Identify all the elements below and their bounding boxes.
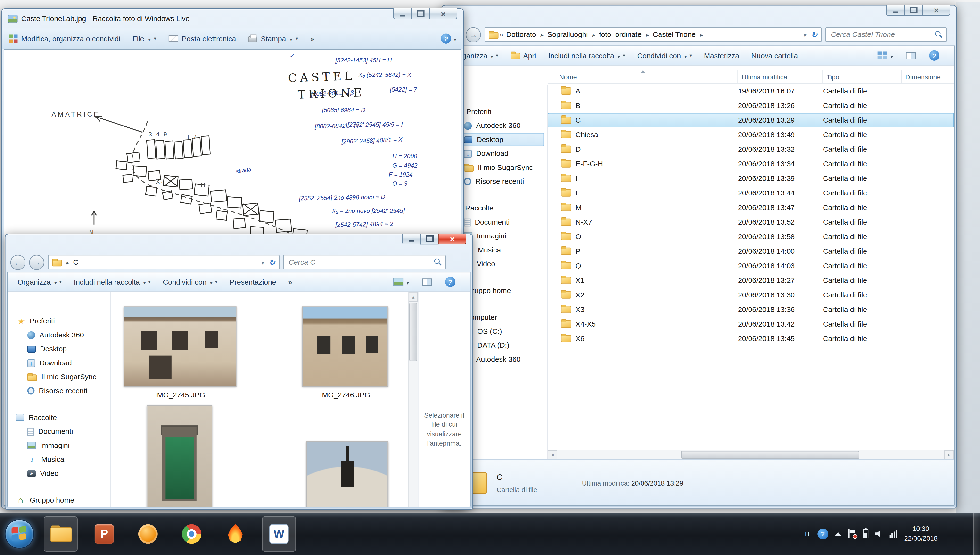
column-header-dimensione[interactable]: Dimensione	[902, 71, 954, 83]
maximize-button[interactable]	[420, 234, 438, 244]
views-button[interactable]	[387, 278, 415, 286]
photo-thumbnail[interactable]	[147, 406, 212, 507]
close-button[interactable]	[438, 234, 466, 244]
action-center-icon[interactable]	[848, 529, 856, 538]
menu-item[interactable]: Modifica, organizza o condividi	[9, 34, 120, 43]
sidebar-item[interactable]: Documenti	[11, 425, 107, 438]
minimize-button[interactable]	[886, 5, 904, 16]
preview-pane-button[interactable]	[900, 52, 922, 59]
sidebar-item[interactable]: Desktop	[11, 342, 107, 356]
scrollbar-thumb[interactable]	[681, 451, 859, 459]
flame-icon[interactable]	[218, 516, 253, 551]
refresh-button[interactable]	[269, 258, 275, 266]
photo-thumbnail[interactable]: IMG_2745.JPG	[124, 306, 237, 399]
explorer-window-castel-trione[interactable]: « DottoratoSopralluoghifoto_ordinateCast…	[441, 5, 957, 508]
toolbar-button[interactable]: Masterizza	[698, 46, 745, 65]
maximize-button[interactable]	[904, 5, 922, 16]
file-row[interactable]: M20/06/2018 13:47Cartella di file	[548, 200, 954, 215]
file-row[interactable]: N-X720/06/2018 13:52Cartella di file	[548, 215, 954, 229]
battery-icon[interactable]	[863, 529, 868, 538]
explorer-icon[interactable]	[44, 516, 78, 551]
refresh-button[interactable]	[811, 30, 817, 39]
file-row[interactable]: X220/06/2018 13:30Cartella di file	[548, 288, 954, 302]
search-box[interactable]	[825, 27, 947, 42]
title-bar[interactable]	[442, 5, 956, 25]
help-button[interactable]	[439, 277, 462, 287]
help-tray-icon[interactable]	[817, 528, 828, 539]
show-desktop-button[interactable]	[974, 513, 980, 555]
minimize-button[interactable]	[393, 8, 411, 19]
toolbar-button[interactable]: Organizza	[11, 273, 68, 291]
file-row[interactable]: A19/06/2018 16:07Cartella di file	[548, 84, 954, 98]
scroll-up-button[interactable]: ▴	[409, 292, 418, 302]
sidebar-item[interactable]: Raccolte	[11, 411, 107, 424]
file-row[interactable]: X620/06/2018 13:45Cartella di file	[548, 331, 954, 346]
file-row[interactable]: D20/06/2018 13:32Cartella di file	[548, 142, 954, 157]
scroll-left-button[interactable]: ◂	[548, 450, 557, 459]
address-dropdown-icon[interactable]	[803, 30, 806, 39]
scrollbar-thumb[interactable]	[409, 303, 417, 361]
breadcrumb-segment[interactable]: Dottorato	[506, 30, 547, 39]
file-row[interactable]: X320/06/2018 13:36Cartella di file	[548, 302, 954, 317]
sidebar-item[interactable]: Immagini	[11, 439, 107, 452]
menu-item[interactable]: Stampa	[248, 34, 298, 43]
column-header-tipo[interactable]: Tipo	[823, 71, 902, 83]
preview-pane-button[interactable]	[416, 278, 438, 286]
sidebar-item[interactable]: Risorse recenti	[11, 384, 107, 398]
scroll-right-button[interactable]: ▸	[944, 450, 954, 459]
sidebar-item[interactable]: Il mio SugarSync	[11, 370, 107, 383]
menu-item[interactable]: »	[310, 34, 315, 43]
menu-item[interactable]: Posta elettronica	[168, 34, 236, 43]
title-bar[interactable]: CastelTrioneLab.jpg - Raccolta foto di W…	[2, 9, 463, 29]
language-indicator[interactable]: IT	[805, 530, 811, 537]
forward-button[interactable]	[29, 254, 44, 269]
close-button[interactable]	[430, 8, 457, 19]
breadcrumb-segment[interactable]: foto_ordinate	[599, 30, 653, 39]
help-button[interactable]	[923, 50, 945, 61]
breadcrumb-segment[interactable]: Castel Trione	[653, 30, 707, 39]
clock[interactable]: 10:30 22/06/2018	[904, 524, 938, 543]
breadcrumb-segment[interactable]: Sopralluoghi	[547, 30, 599, 39]
start-button[interactable]	[5, 519, 34, 548]
address-dropdown-icon[interactable]	[261, 258, 264, 266]
toolbar-button[interactable]: Apri	[504, 46, 542, 65]
word-icon[interactable]	[262, 516, 296, 551]
close-button[interactable]	[922, 5, 950, 16]
photo-thumbnail[interactable]: IMG_2746.JPG	[302, 306, 388, 399]
address-bar[interactable]: C	[48, 255, 280, 269]
file-row[interactable]: B20/06/2018 13:26Cartella di file	[548, 98, 954, 113]
file-row[interactable]: Chiesa20/06/2018 13:49Cartella di file	[548, 127, 954, 142]
title-bar[interactable]	[5, 234, 472, 252]
search-box[interactable]	[283, 255, 446, 269]
chevron-down-icon[interactable]	[454, 34, 456, 43]
file-row[interactable]: Q20/06/2018 14:03Cartella di file	[548, 258, 954, 273]
menu-item[interactable]: File	[133, 34, 156, 43]
file-row[interactable]: I20/06/2018 13:39Cartella di file	[548, 171, 954, 186]
file-row[interactable]: X4-X520/06/2018 13:42Cartella di file	[548, 317, 954, 331]
toolbar-button[interactable]: Includi nella raccolta	[68, 273, 157, 291]
volume-icon[interactable]	[875, 530, 883, 537]
search-input[interactable]	[288, 257, 434, 267]
file-row[interactable]: P20/06/2018 14:00Cartella di file	[548, 244, 954, 258]
file-row[interactable]: X120/06/2018 13:27Cartella di file	[548, 273, 954, 288]
explorer-window-c[interactable]: C OrganizzaIncludi nella raccoltaCondivi…	[5, 234, 473, 510]
sidebar-item[interactable]: Preferiti	[11, 314, 107, 328]
toolbar-button[interactable]: »	[282, 273, 299, 291]
toolbar-button[interactable]: Condividi con	[157, 273, 224, 291]
sidebar-item[interactable]: Gruppo home	[11, 493, 107, 507]
search-input[interactable]	[830, 30, 935, 39]
column-header-nome[interactable]: Nome	[548, 71, 738, 83]
powerpoint-icon[interactable]	[87, 516, 122, 551]
forward-button[interactable]	[466, 27, 481, 42]
column-header-ultima-modifica[interactable]: Ultima modifica	[738, 71, 823, 83]
sidebar-item[interactable]: Autodesk 360	[11, 328, 107, 342]
toolbar-button[interactable]: Nuova cartella	[745, 46, 804, 65]
toolbar-button[interactable]: Includi nella raccolta	[542, 46, 631, 65]
file-row[interactable]: O20/06/2018 13:58Cartella di file	[548, 229, 954, 244]
sidebar-item[interactable]: Download	[11, 356, 107, 369]
photo-thumbnail[interactable]	[306, 441, 388, 507]
show-hidden-icons-button[interactable]	[835, 532, 841, 536]
network-icon[interactable]	[889, 530, 897, 537]
back-button[interactable]	[10, 254, 25, 269]
toolbar-button[interactable]: Condividi con	[631, 46, 698, 65]
